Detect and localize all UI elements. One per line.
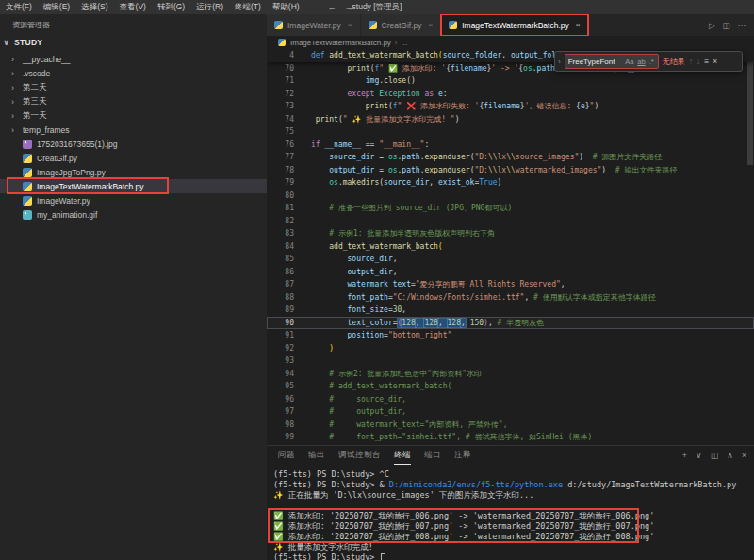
code-line[interactable]: 93 [267, 354, 754, 368]
editor-scrollbar[interactable] [746, 49, 754, 445]
breadcrumb[interactable]: ImageTextWatermarkBatch.py › ... [267, 36, 754, 49]
code-line[interactable]: 80 [267, 189, 754, 203]
breadcrumb-more[interactable]: ... [402, 39, 408, 47]
section-study[interactable]: ∨ STUDY [0, 35, 267, 50]
more-actions-icon[interactable]: ⋯ [738, 21, 746, 30]
tree-item[interactable]: ›第一天 [0, 108, 267, 123]
tree-item[interactable]: ›__pycache__ [0, 52, 267, 66]
code-editor[interactable]: 4def add_text_watermark_batch(source_fol… [267, 49, 754, 445]
tree-item[interactable]: ›第三天 [0, 94, 267, 108]
whole-word-icon[interactable]: ab [636, 58, 646, 66]
tab-CreatGif.py[interactable]: CreatGif.py× [361, 14, 442, 36]
panel-tab-终端[interactable]: 终端 [394, 446, 411, 465]
code-line[interactable]: 73 print(f" ❌ 添加水印失败: '{filename}'。错误信息:… [267, 100, 754, 113]
menu-item[interactable]: 文件(F) [0, 0, 38, 14]
tab-ImageTextWatermarkBatch.py[interactable]: ImageTextWatermarkBatch.py× [441, 14, 588, 36]
find-query[interactable]: FreeTypeFont [568, 58, 622, 66]
toggle-replace-icon[interactable]: › [558, 58, 561, 66]
code-line[interactable]: 95 # add_text_watermark_batch( [267, 380, 754, 393]
line-number: 73 [267, 100, 294, 113]
code-line[interactable]: 97 # output_dir, [267, 405, 754, 419]
terminal-output: (f5-tts) PS D:\study> ^C(f5-tts) PS D:\s… [273, 469, 754, 560]
tree-item[interactable]: my_animation.gif [0, 207, 267, 222]
tree-item[interactable]: 1752031673655(1).jpg [0, 137, 267, 151]
code-line[interactable]: 71 img.close() [267, 74, 754, 88]
menu-item[interactable]: 编辑(E) [38, 0, 75, 14]
code-line[interactable]: 91 position="bottom_right" [267, 329, 754, 342]
maximize-panel-icon[interactable]: ∧ [727, 451, 733, 460]
explorer-header: 资源管理器 ⋯ [0, 14, 267, 35]
menu-item[interactable]: 终端(T) [229, 0, 267, 14]
code-text: position="bottom_right" [311, 329, 451, 342]
breadcrumb-file[interactable]: ImageTextWatermarkBatch.py [290, 39, 391, 47]
line-number: 72 [267, 88, 294, 101]
code-line[interactable]: 76if __name__ == "__main__": [267, 139, 754, 152]
code-line[interactable]: 81 # 准备一些图片到 source_dir (JPG、PNG都可以) [267, 202, 754, 215]
code-line[interactable]: 74 print(" ✨ 批量添加文字水印完成! ") [267, 113, 754, 126]
more-actions-icon[interactable]: ⋯ [235, 21, 242, 29]
code-line[interactable]: 90 text_color=(128, 128, 128, 150), # 半透… [267, 317, 754, 330]
gif-file-icon [23, 210, 32, 220]
scrollbar-thumb[interactable] [747, 57, 753, 165]
terminal-picker-icon[interactable]: ∨ [696, 451, 702, 460]
code-line[interactable]: 94 # 示例2: 批量添加红色居中"内部资料"水印 [267, 368, 754, 381]
code-line[interactable]: 87 watermark_text="爱分享的鹏哥 All Rights Res… [267, 278, 754, 291]
code-line[interactable]: 83 # 示例1: 批量添加半透明灰色版权声明到右下角 [267, 227, 754, 240]
line-number: 97 [267, 405, 294, 419]
split-terminal-icon[interactable]: ◫ [711, 451, 719, 460]
line-number: 91 [267, 329, 294, 342]
tree-item[interactable]: ›.vscode [0, 66, 267, 80]
menu-item[interactable]: 帮助(H) [267, 0, 305, 14]
code-line[interactable]: 96 # source_dir, [267, 393, 754, 406]
find-in-selection-icon[interactable]: ≡ [704, 57, 709, 66]
tree-item[interactable]: ›第二天 [0, 80, 267, 94]
code-line[interactable]: 82 [267, 215, 754, 228]
code-line[interactable]: 86 output_dir, [267, 266, 754, 279]
code-line[interactable]: 89 font_size=30, [267, 304, 754, 317]
tree-item[interactable]: ›temp_frames [0, 123, 267, 137]
code-line[interactable]: 99 # font_path="simhei.ttf", # 尝试其他字体, 如… [267, 431, 754, 444]
file-name: .vscode [23, 69, 50, 78]
code-line[interactable]: 98 # watermark_text="内部资料, 严禁外传", [267, 419, 754, 432]
regex-icon[interactable]: .* [648, 58, 655, 66]
tree-item[interactable]: ImageTextWatermarkBatch.py [0, 179, 267, 193]
tab-ImageWater.py[interactable]: ImageWater.py× [267, 14, 361, 36]
code-line[interactable]: 92 ) [267, 342, 754, 355]
close-icon[interactable]: × [576, 21, 581, 29]
find-input[interactable]: FreeTypeFont Aa ab .* [565, 54, 659, 69]
close-find-icon[interactable]: × [713, 57, 717, 66]
close-icon[interactable]: × [348, 21, 352, 29]
split-editor-icon[interactable]: ◫ [722, 21, 729, 30]
code-line[interactable]: 84 add_text_watermark_batch( [267, 240, 754, 254]
code-line[interactable]: 79 os.makedirs(source_dir, exist_ok=True… [267, 176, 754, 189]
code-line[interactable]: 77 source_dir = os.path.expanduser("D:\\… [267, 151, 754, 164]
code-line[interactable]: 72 except Exception as e: [267, 88, 754, 101]
previous-match-icon[interactable]: ↑ [689, 57, 693, 66]
panel-tab-调试控制台[interactable]: 调试控制台 [338, 446, 381, 465]
menu-item[interactable]: 查看(V) [114, 0, 152, 14]
code-line[interactable]: 88 font_path="C:/Windows/Fonts/simhei.tt… [267, 291, 754, 305]
panel-tab-注释[interactable]: 注释 [454, 446, 471, 465]
menu-item[interactable]: 运行(R) [190, 0, 229, 14]
match-case-icon[interactable]: Aa [624, 58, 634, 66]
chevron-right-icon: › [11, 97, 19, 107]
tree-item[interactable]: ImageJpgToPng.py [0, 165, 267, 179]
menu-item[interactable]: 选择(S) [75, 0, 113, 14]
new-terminal-icon[interactable]: + [682, 451, 687, 460]
code-line[interactable]: 85 source_dir, [267, 253, 754, 266]
code-line[interactable]: 75 [267, 125, 754, 139]
panel-tab-端口[interactable]: 端口 [424, 446, 441, 465]
terminal[interactable]: (f5-tts) PS D:\study> ^C(f5-tts) PS D:\s… [267, 465, 754, 560]
back-icon[interactable]: ← [328, 3, 336, 12]
file-name: 第一天 [23, 110, 47, 122]
run-python-file-icon[interactable]: ▷ [709, 21, 715, 30]
code-line[interactable]: 78 output_dir = os.path.expanduser("D:\\… [267, 164, 754, 177]
panel-tab-输出[interactable]: 输出 [308, 446, 325, 465]
next-match-icon[interactable]: ↓ [697, 57, 700, 66]
tree-item[interactable]: ImageWater.py [0, 193, 267, 207]
close-icon[interactable]: × [429, 21, 434, 29]
close-panel-icon[interactable]: × [742, 451, 746, 460]
menu-item[interactable]: 转到(G) [152, 0, 190, 14]
panel-tab-问题[interactable]: 问题 [278, 446, 295, 465]
tree-item[interactable]: CreatGif.py [0, 151, 267, 165]
